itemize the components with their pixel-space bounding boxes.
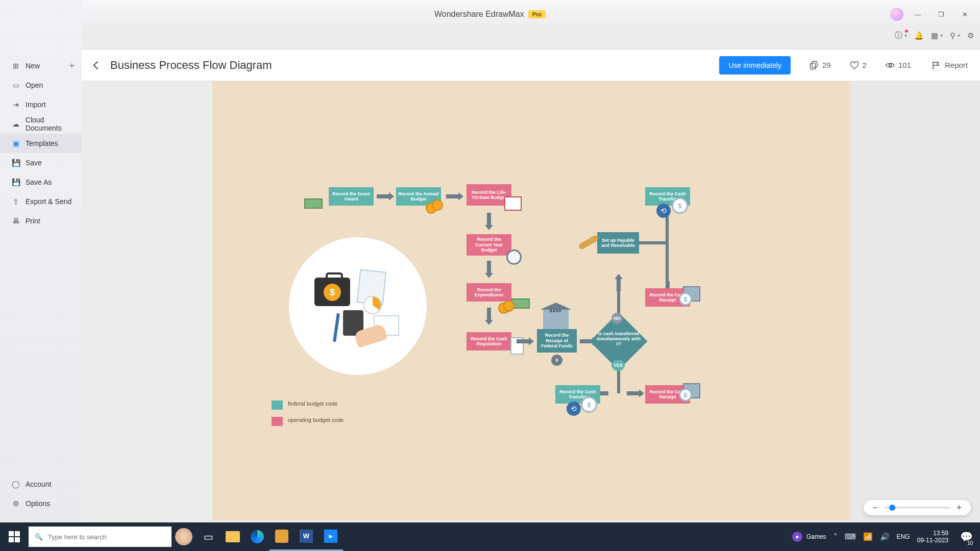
print-icon: 🖶 <box>11 216 20 226</box>
taskbar-news[interactable] <box>172 522 196 551</box>
sync-icon: ⟲ <box>567 402 581 416</box>
chevron-down-icon: ▾ <box>940 33 943 38</box>
maximize-button[interactable]: ❐ <box>932 7 950 21</box>
sidebar-item-templates[interactable]: ▣ Templates <box>0 134 82 153</box>
arrow-icon <box>377 192 394 201</box>
arrow-icon <box>615 274 623 291</box>
apps-menu[interactable]: ▦▾ <box>931 31 943 40</box>
tray-battery-icon[interactable]: ⌨ <box>845 532 856 541</box>
search-placeholder: Type here to search <box>48 533 107 541</box>
taskbar-tray: ● Games ˄ ⌨ 📶 🔊 ENG 13:59 09-11-2023 💬 1… <box>792 522 980 551</box>
legend-label-operating: operating budget code <box>288 417 344 423</box>
zoom-in-button[interactable]: + <box>954 503 964 513</box>
close-button[interactable]: ✕ <box>955 7 974 21</box>
games-label: Games <box>806 533 826 540</box>
sidebar-item-options[interactable]: ⚙ Options <box>0 494 82 513</box>
taskbar-edrawmax[interactable]: ▸ <box>318 522 343 551</box>
sidebar-item-label: Account <box>26 480 52 488</box>
taskbar-edge[interactable] <box>245 522 270 551</box>
sidebar-item-account[interactable]: ◯ Account <box>0 474 82 494</box>
tray-overflow[interactable]: ˄ <box>834 532 838 541</box>
import-icon: ⇥ <box>11 100 20 109</box>
connector-line <box>639 241 669 244</box>
zoom-slider[interactable] <box>884 507 950 509</box>
canvas-area[interactable]: Record the Grant Award Record the Annual… <box>82 81 980 520</box>
legend: federal budget code operating budget cod… <box>272 400 404 431</box>
stat-views[interactable]: 101 <box>885 60 911 70</box>
taskbar-taskview[interactable]: ▭ <box>196 522 220 551</box>
sidebar-item-save-as[interactable]: 💾 Save As <box>0 172 82 192</box>
minimize-button[interactable]: — <box>909 7 927 21</box>
briefcase-icon: $ <box>314 278 350 306</box>
taskbar-word[interactable]: W <box>294 522 318 551</box>
sidebar-bottom: ◯ Account ⚙ Options <box>0 474 82 513</box>
bell-button[interactable]: 🔔 <box>914 31 924 40</box>
use-immediately-button[interactable]: Use immediately <box>719 56 790 74</box>
start-button[interactable] <box>0 522 29 551</box>
sidebar-item-label: Save As <box>26 178 52 186</box>
plus-icon: + <box>69 61 75 71</box>
zoom-knob[interactable] <box>889 505 895 511</box>
sidebar-item-open[interactable]: ▭ Open <box>0 76 82 95</box>
tray-volume-icon[interactable]: 🔊 <box>880 532 890 541</box>
tray-time: 13:59 <box>917 530 948 537</box>
chevron-down-icon: ▾ <box>904 33 907 38</box>
box-cash-requisition[interactable]: Record the Cash Requisition <box>467 332 511 350</box>
help-menu[interactable]: ⓘ▾ <box>895 31 907 40</box>
account-icon: ◯ <box>11 480 20 489</box>
sidebar-item-label: New <box>26 62 40 70</box>
taskbar-explorer[interactable] <box>220 522 245 551</box>
zoom-out-button[interactable]: − <box>871 503 880 513</box>
diagram-canvas[interactable]: Record the Grant Award Record the Annual… <box>212 81 850 520</box>
box-expenditures[interactable]: Record the Expenditures <box>467 283 511 302</box>
tray-date: 09-11-2023 <box>917 537 948 544</box>
sidebar-item-label: Templates <box>26 139 58 147</box>
sidebar-item-print[interactable]: 🖶 Print <box>0 211 82 231</box>
box-grant-award[interactable]: Record the Grant Award <box>329 187 374 206</box>
stat-value: 101 <box>898 61 911 69</box>
tray-clock[interactable]: 13:59 09-11-2023 <box>917 530 948 544</box>
sidebar-item-save[interactable]: 💾 Save <box>0 153 82 172</box>
canvas-gutter <box>850 81 980 520</box>
dollar-icon: $ <box>672 197 688 214</box>
template-back-button[interactable] <box>89 58 103 72</box>
box-current-year-budget[interactable]: Record the Current Year Budget <box>467 234 511 256</box>
legend-swatch-operating <box>272 417 283 426</box>
tray-notifications[interactable]: 💬 10 <box>955 522 977 551</box>
stat-likes[interactable]: 2 <box>849 60 867 70</box>
pro-badge: Pro <box>528 10 546 18</box>
flag-icon <box>932 61 941 70</box>
windows-logo-icon <box>9 531 20 542</box>
taskbar-games[interactable]: ● Games <box>792 532 826 542</box>
box-payable-receivable[interactable]: Set up Payable and Receivable <box>597 232 639 254</box>
svg-rect-1 <box>810 63 815 69</box>
gear-icon: ⚙ <box>967 31 974 40</box>
search-icon: 🔍 <box>35 533 43 541</box>
edrawmax-icon: ▸ <box>324 530 337 543</box>
tray-wifi-icon[interactable]: 📶 <box>863 532 873 541</box>
dollar-icon: $ <box>679 292 692 306</box>
report-button[interactable]: Report <box>932 61 968 70</box>
export-icon: ⇪ <box>11 197 20 206</box>
taskbar-search[interactable]: 🔍 Type here to search <box>29 527 172 547</box>
coins-icon <box>498 300 517 315</box>
sidebar-item-export[interactable]: ⇪ Export & Send <box>0 192 82 211</box>
sidebar-item-label: Save <box>26 159 42 167</box>
user-avatar[interactable] <box>890 8 903 21</box>
bell-icon: 🔔 <box>914 31 924 40</box>
sidebar-item-import[interactable]: ⇥ Import <box>0 95 82 114</box>
zoom-control: − + <box>864 500 971 515</box>
box-receipt-federal-funds[interactable]: Record the Receipt of Federal Funds <box>537 329 577 353</box>
sidebar-item-cloud-documents[interactable]: ☁ Cloud Documents <box>0 114 82 134</box>
app-title: Wondershare EdrawMax <box>434 10 524 19</box>
tray-ime[interactable]: ENG <box>897 533 910 540</box>
copy-icon <box>809 60 819 70</box>
grid-icon: ▦ <box>931 31 938 40</box>
stat-copies[interactable]: 29 <box>809 60 831 70</box>
news-thumbnail-icon <box>175 528 192 545</box>
settings-button[interactable]: ⚙ <box>967 31 974 40</box>
taskbar-app1[interactable] <box>270 522 294 551</box>
share-menu[interactable]: ⚲▾ <box>950 31 960 40</box>
windows-taskbar: 🔍 Type here to search ▭ W ▸ ● Games ˄ ⌨ … <box>0 522 980 551</box>
sidebar-item-new[interactable]: ⊞ New + <box>0 56 82 76</box>
